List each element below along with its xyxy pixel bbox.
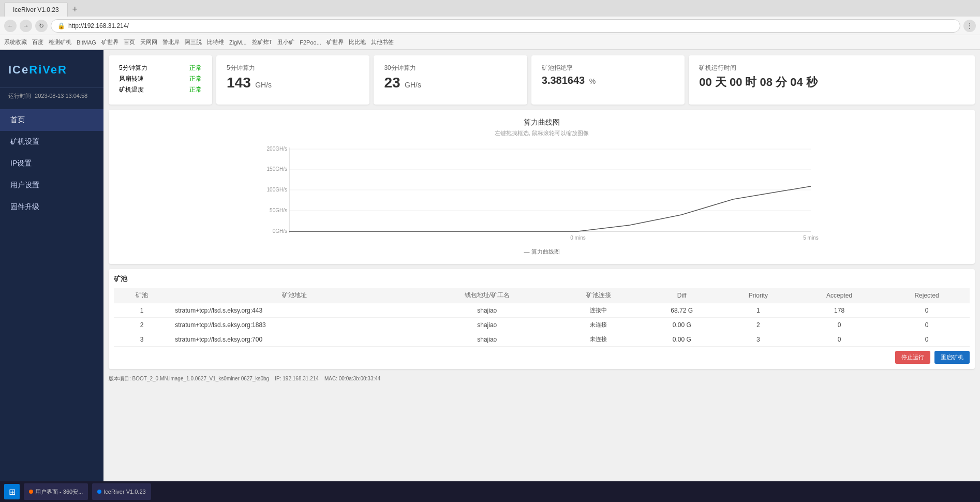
new-tab-button[interactable]: + [68, 2, 82, 17]
col-header-priority: Priority [722, 288, 795, 303]
back-button[interactable]: ← [4, 20, 17, 32]
sidebar-item-user-settings[interactable]: 用户设置 [0, 174, 103, 196]
col-header-wallet: 钱包地址/矿工名 [419, 288, 555, 303]
status-hashrate-value: 正常 [189, 64, 202, 72]
table-row: 2 stratum+tcp://lsd.s.eksy.org:1883 shaj… [114, 318, 970, 332]
chart-svg: 200GH/s 150GH/s 100GH/s 50GH/s 0GH/s [117, 142, 967, 246]
pool-row1-address: stratum+tcp://lsd.s.eksy.org:443 [170, 303, 419, 318]
col-header-rejected: Rejected [884, 288, 970, 303]
pool-row1-diff: 68.72 G [642, 303, 722, 318]
hashrate-30min-value: 23 [384, 75, 400, 91]
nav-miner-label: 矿机设置 [10, 137, 39, 146]
bookmark-15[interactable]: 矿世界 [326, 38, 344, 46]
start-button[interactable]: ⊞ [4, 484, 20, 499]
pool-row1-status: 连接中 [555, 303, 642, 318]
logo-river-text: RiVeR [29, 63, 67, 76]
bookmark-6[interactable]: 百页 [124, 38, 135, 46]
rejection-rate-value: 3.381643 [542, 75, 585, 86]
footer-ip: IP: 192.168.31.214 [275, 376, 319, 381]
sidebar-item-home[interactable]: 首页 [0, 109, 103, 131]
bookmark-7[interactable]: 天网网 [140, 38, 157, 46]
pool-section: 矿池 矿池 矿池地址 钱包地址/矿工名 矿池连接 Diff Priority A… [109, 269, 975, 369]
bookmark-13[interactable]: 丑小矿 [277, 38, 294, 46]
pool-row1-wallet: shajiao [419, 303, 555, 318]
bookmark-5[interactable]: 矿世界 [101, 38, 118, 46]
sidebar-item-miner-settings[interactable]: 矿机设置 [0, 131, 103, 153]
col-header-status: 矿池连接 [555, 288, 642, 303]
bookmark-11[interactable]: ZigM... [229, 39, 247, 46]
bookmark-12[interactable]: 挖矿炸T [252, 38, 273, 46]
hashrate-5min-unit: GH/s [255, 81, 272, 89]
chart-legend: — 算力曲线图 [117, 248, 967, 256]
footer-mac: MAC: 00:0a:3b:00:33:44 [324, 376, 380, 381]
pool-row3-id: 3 [114, 332, 170, 347]
chart-title: 算力曲线图 [117, 118, 967, 127]
bookmark-17[interactable]: 其他书签 [371, 38, 394, 46]
taskbar-indicator-1 [29, 490, 33, 494]
logo: ICeRiVeR [8, 61, 95, 77]
status-fan-value: 正常 [189, 75, 202, 83]
rejection-rate-value-row: 3.381643 % [542, 75, 674, 86]
forward-button[interactable]: → [20, 20, 32, 32]
taskbar-indicator-2 [97, 490, 101, 494]
bookmark-1[interactable]: 系统收藏 [4, 38, 27, 46]
taskbar-iceriver-btn[interactable]: IceRiver V1.0.23 [92, 483, 151, 500]
bookmarks-bar: 系统收藏 百度 检测矿机 BitMAG 矿世界 百页 天网网 警北岸 阿三脱 比… [0, 35, 980, 50]
nav-ip-label: IP设置 [10, 159, 32, 168]
pool-row2-accepted: 0 [795, 318, 884, 332]
hashrate-30min-card: 30分钟算力 23 GH/s [374, 55, 527, 105]
chart-container: 算力曲线图 左键拖拽框选, 鼠标滚轮可以缩放图像 200GH/s 150GH/s… [109, 110, 975, 264]
stop-button[interactable]: 停止运行 [895, 351, 930, 364]
bookmark-16[interactable]: 比比地 [349, 38, 366, 46]
status-hashrate-row: 5分钟算力 正常 [119, 64, 202, 72]
nav-firmware-label: 固件升级 [10, 202, 39, 212]
pool-row2-status: 未连接 [555, 318, 642, 332]
hashrate-5min-value: 143 [227, 75, 251, 91]
col-header-pool: 矿池 [114, 288, 170, 303]
pool-row1-accepted: 178 [795, 303, 884, 318]
svg-text:0 mins: 0 mins [570, 235, 585, 241]
pool-row1-rejected: 0 [884, 303, 970, 318]
footer-info: 版本项目: BOOT_2_0.MN.image_1.0.0627_V1_ks0m… [109, 373, 975, 385]
sidebar-item-firmware[interactable]: 固件升级 [0, 196, 103, 218]
rejection-rate-unit: % [589, 77, 596, 85]
bookmark-14[interactable]: F2Poo... [300, 39, 321, 46]
chart-wrap: 200GH/s 150GH/s 100GH/s 50GH/s 0GH/s [117, 142, 967, 246]
restart-button[interactable]: 重启矿机 [934, 351, 970, 364]
svg-text:200GH/s: 200GH/s [267, 146, 287, 152]
bookmark-4[interactable]: BitMAG [77, 39, 96, 46]
svg-text:0GH/s: 0GH/s [273, 228, 287, 234]
runtime-card-label: 矿机运行时间 [699, 64, 964, 72]
pool-row2-rejected: 0 [884, 318, 970, 332]
sidebar-item-ip-settings[interactable]: IP设置 [0, 153, 103, 174]
svg-text:50GH/s: 50GH/s [270, 208, 287, 213]
sidebar: ICeRiVeR 运行时间 2023-08-13 13:04:58 首页 矿机设… [0, 50, 103, 500]
hashrate-30min-value-row: 23 GH/s [384, 75, 516, 91]
nav-home-label: 首页 [10, 115, 25, 125]
rejection-rate-card: 矿池拒绝率 3.381643 % [531, 55, 685, 105]
bookmark-8[interactable]: 警北岸 [162, 38, 180, 46]
status-card: 5分钟算力 正常 风扇转速 正常 矿机温度 正常 [109, 55, 212, 105]
taskbar-user-label: 用户界面 - 360安... [35, 488, 83, 496]
taskbar-iceriver-label: IceRiver V1.0.23 [103, 489, 145, 495]
hashrate-5min-value-row: 143 GH/s [227, 75, 359, 91]
taskbar-user-btn[interactable]: 用户界面 - 360安... [24, 483, 88, 500]
bookmark-10[interactable]: 比特维 [207, 38, 224, 46]
hashrate-5min-label: 5分钟算力 [227, 64, 359, 72]
browser-tab[interactable]: IceRiver V1.0.23 [4, 2, 68, 17]
pool-row3-status: 未连接 [555, 332, 642, 347]
address-bar[interactable]: 🔒 http://192.168.31.214/ [51, 19, 960, 33]
refresh-button[interactable]: ↻ [35, 20, 48, 32]
runtime-label: 运行时间 [8, 93, 31, 99]
stats-row: 5分钟算力 正常 风扇转速 正常 矿机温度 正常 5分钟算力 143 GH/s [109, 55, 975, 105]
svg-text:150GH/s: 150GH/s [267, 166, 287, 172]
bookmark-2[interactable]: 百度 [32, 38, 43, 46]
pool-section-title: 矿池 [114, 274, 970, 284]
menu-button[interactable]: ⋮ [963, 20, 976, 32]
bookmark-9[interactable]: 阿三脱 [185, 38, 202, 46]
pool-row1-priority: 1 [722, 303, 795, 318]
pool-table: 矿池 矿池地址 钱包地址/矿工名 矿池连接 Diff Priority Acce… [114, 288, 970, 347]
bookmark-3[interactable]: 检测矿机 [49, 38, 71, 46]
pool-row3-diff: 0.00 G [642, 332, 722, 347]
status-fan-row: 风扇转速 正常 [119, 75, 202, 83]
